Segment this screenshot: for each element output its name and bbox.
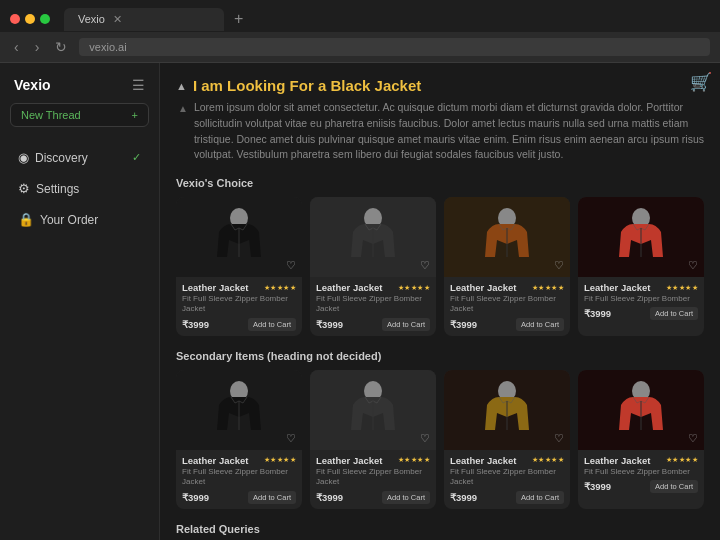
product-name: Leather Jacket <box>182 282 249 293</box>
product-price: ₹3999 <box>182 492 209 503</box>
product-image: ♡ <box>444 197 570 277</box>
product-name: Leather Jacket <box>182 455 249 466</box>
add-to-cart-button[interactable]: Add to Cart <box>650 480 698 493</box>
back-button[interactable]: ‹ <box>10 37 23 57</box>
product-info: Leather Jacket ★★★★★ Fit Full Sleeve Zip… <box>444 277 570 336</box>
primary-product-grid: ♡ Leather Jacket ★★★★★ Fit Full Sleeve Z… <box>176 197 704 336</box>
forward-button[interactable]: › <box>31 37 44 57</box>
heart-icon[interactable]: ♡ <box>420 432 430 445</box>
query-title: I am Looking For a Black Jacket <box>193 77 421 94</box>
product-image: ♡ <box>578 197 704 277</box>
product-name: Leather Jacket <box>450 282 517 293</box>
product-image: ♡ <box>310 370 436 450</box>
product-image: ♡ <box>444 370 570 450</box>
jacket-img <box>310 370 436 450</box>
product-desc: Fit Full Sleeve Zipper Bomber Jacket <box>316 294 430 315</box>
new-tab-button[interactable]: + <box>230 6 247 32</box>
traffic-light-red[interactable] <box>10 14 20 24</box>
product-card[interactable]: ♡ Leather Jacket ★★★★★ Fit Full Sleeve Z… <box>444 197 570 336</box>
product-card[interactable]: ♡ Leather Jacket ★★★★★ Fit Full Sleeve Z… <box>176 197 302 336</box>
product-desc: Fit Full Sleeve Zipper Bomber <box>584 294 698 304</box>
product-image: ♡ <box>176 370 302 450</box>
add-to-cart-button[interactable]: Add to Cart <box>382 318 430 331</box>
discovery-badge: ✓ <box>132 151 141 164</box>
product-stars: ★★★★★ <box>666 284 699 292</box>
sidebar-item-settings[interactable]: ⚙ Settings <box>10 174 149 203</box>
traffic-light-yellow[interactable] <box>25 14 35 24</box>
heart-icon[interactable]: ♡ <box>688 259 698 272</box>
product-info: Leather Jacket ★★★★★ Fit Full Sleeve Zip… <box>176 277 302 336</box>
sidebar: Vexio ☰ New Thread + ◉ Discovery ✓ ⚙ Set… <box>0 63 160 540</box>
product-desc: Fit Full Sleeve Zipper Bomber Jacket <box>182 467 296 488</box>
traffic-lights <box>10 14 50 24</box>
sidebar-item-discovery[interactable]: ◉ Discovery ✓ <box>10 143 149 172</box>
sidebar-nav: ◉ Discovery ✓ ⚙ Settings 🔒 Your Order <box>10 143 149 234</box>
sidebar-item-your-order[interactable]: 🔒 Your Order <box>10 205 149 234</box>
desc-arrow-icon: ▲ <box>178 101 188 163</box>
sidebar-menu-icon[interactable]: ☰ <box>132 77 145 93</box>
browser-chrome: Vexio ✕ + ‹ › ↻ vexio.ai <box>0 0 720 63</box>
jacket-img <box>176 197 302 277</box>
cart-icon-container[interactable]: 🛒 <box>690 71 712 93</box>
product-stars: ★★★★★ <box>264 284 297 292</box>
product-card[interactable]: ♡ Leather Jacket ★★★★★ Fit Full Sleeve Z… <box>578 370 704 509</box>
address-bar[interactable]: vexio.ai <box>79 38 710 56</box>
sidebar-item-discovery-label: Discovery <box>35 151 88 165</box>
product-stars: ★★★★★ <box>666 456 699 464</box>
nav-bar: ‹ › ↻ vexio.ai <box>0 32 720 62</box>
discovery-icon: ◉ <box>18 150 29 165</box>
add-to-cart-button[interactable]: Add to Cart <box>650 307 698 320</box>
browser-tab[interactable]: Vexio ✕ <box>64 8 224 31</box>
product-stars: ★★★★★ <box>264 456 297 464</box>
product-card[interactable]: ♡ Leather Jacket ★★★★★ Fit Full Sleeve Z… <box>310 197 436 336</box>
related-section-label: Related Queries <box>176 523 704 535</box>
heart-icon[interactable]: ♡ <box>554 432 564 445</box>
traffic-light-green[interactable] <box>40 14 50 24</box>
product-info: Leather Jacket ★★★★★ Fit Full Sleeve Zip… <box>310 277 436 336</box>
jacket-img <box>444 370 570 450</box>
add-to-cart-button[interactable]: Add to Cart <box>382 491 430 504</box>
add-to-cart-button[interactable]: Add to Cart <box>248 318 296 331</box>
product-desc: Fit Full Sleeve Zipper Bomber <box>584 467 698 477</box>
sidebar-item-order-label: Your Order <box>40 213 98 227</box>
product-price: ₹3999 <box>316 492 343 503</box>
sidebar-title: Vexio <box>14 77 51 93</box>
product-stars: ★★★★★ <box>532 284 565 292</box>
heart-icon[interactable]: ♡ <box>688 432 698 445</box>
product-desc: Fit Full Sleeve Zipper Bomber Jacket <box>450 294 564 315</box>
product-info: Leather Jacket ★★★★★ Fit Full Sleeve Zip… <box>578 277 704 325</box>
add-to-cart-button[interactable]: Add to Cart <box>516 318 564 331</box>
product-desc: Fit Full Sleeve Zipper Bomber Jacket <box>182 294 296 315</box>
sidebar-item-settings-label: Settings <box>36 182 79 196</box>
product-stars: ★★★★★ <box>532 456 565 464</box>
heart-icon[interactable]: ♡ <box>286 432 296 445</box>
heart-icon[interactable]: ♡ <box>420 259 430 272</box>
product-info: Leather Jacket ★★★★★ Fit Full Sleeve Zip… <box>176 450 302 509</box>
product-price: ₹3999 <box>182 319 209 330</box>
tab-close-button[interactable]: ✕ <box>113 13 122 26</box>
product-card[interactable]: ♡ Leather Jacket ★★★★★ Fit Full Sleeve Z… <box>310 370 436 509</box>
new-thread-plus-icon: + <box>132 109 138 121</box>
add-to-cart-button[interactable]: Add to Cart <box>516 491 564 504</box>
product-card[interactable]: ♡ Leather Jacket ★★★★★ Fit Full Sleeve Z… <box>176 370 302 509</box>
product-info: Leather Jacket ★★★★★ Fit Full Sleeve Zip… <box>578 450 704 498</box>
product-stars: ★★★★★ <box>398 456 431 464</box>
product-desc: Fit Full Sleeve Zipper Bomber Jacket <box>450 467 564 488</box>
add-to-cart-button[interactable]: Add to Cart <box>248 491 296 504</box>
heart-icon[interactable]: ♡ <box>554 259 564 272</box>
product-card[interactable]: ♡ Leather Jacket ★★★★★ Fit Full Sleeve Z… <box>578 197 704 336</box>
main-content: ▲ I am Looking For a Black Jacket ✏ ▲ Lo… <box>160 63 720 540</box>
product-price: ₹3999 <box>584 308 611 319</box>
sidebar-header: Vexio ☰ <box>10 77 149 93</box>
tab-label: Vexio <box>78 13 105 25</box>
product-card[interactable]: ♡ Leather Jacket ★★★★★ Fit Full Sleeve Z… <box>444 370 570 509</box>
product-price: ₹3999 <box>584 481 611 492</box>
query-desc-text: Lorem ipsum dolor sit amet consectetur. … <box>194 100 704 163</box>
reload-button[interactable]: ↻ <box>51 37 71 57</box>
new-thread-button[interactable]: New Thread + <box>10 103 149 127</box>
heart-icon[interactable]: ♡ <box>286 259 296 272</box>
app-container: 🛒 Vexio ☰ New Thread + ◉ Discovery ✓ ⚙ S… <box>0 63 720 540</box>
product-name: Leather Jacket <box>584 455 651 466</box>
secondary-product-grid: ♡ Leather Jacket ★★★★★ Fit Full Sleeve Z… <box>176 370 704 509</box>
product-name: Leather Jacket <box>584 282 651 293</box>
